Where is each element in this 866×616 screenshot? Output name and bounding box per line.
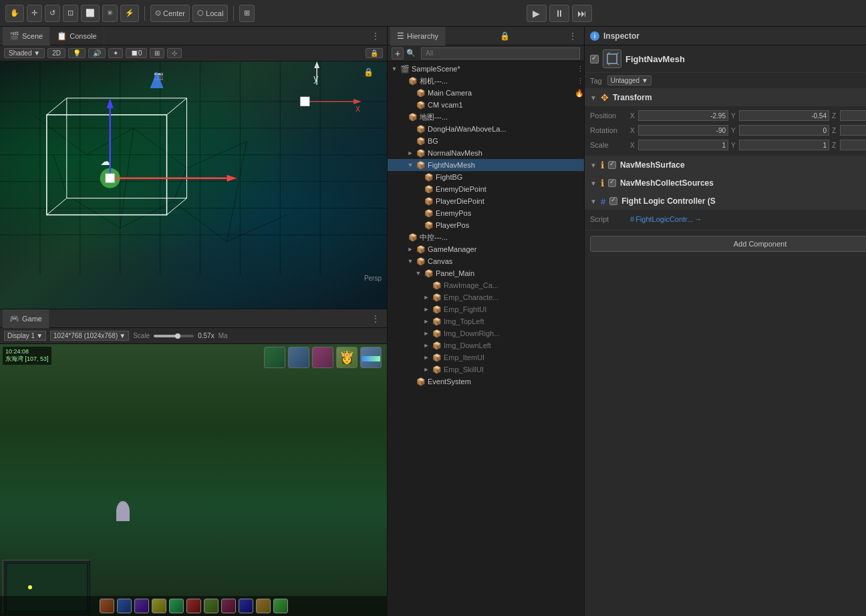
hier-icon-scene: 🎬: [400, 65, 410, 73]
tab-hierarchy[interactable]: ☰ Hierarchy: [390, 27, 446, 45]
hierarchy-item-bg[interactable]: 📦 BG: [388, 135, 584, 147]
rect-tool-btn[interactable]: ⬜: [81, 5, 100, 22]
tab-console[interactable]: 📋 Console: [50, 27, 104, 45]
skill-icon-9[interactable]: [239, 599, 253, 613]
hierarchy-item-control-group[interactable]: 📦 中控---...: [388, 231, 584, 243]
scene-canvas[interactable]: ☁ y x: [0, 61, 387, 309]
object-active-checkbox[interactable]: [590, 55, 599, 63]
fight-logic-header[interactable]: ▼ # Fight Logic Controller (S ? ⚙ ⋮: [585, 192, 866, 210]
skill-icon-6[interactable]: [186, 599, 201, 613]
script-value[interactable]: # FightLogicContr... →: [630, 215, 702, 223]
hierarchy-tab-icon: ☰: [397, 31, 404, 41]
hierarchy-item-main-camera[interactable]: 📦 Main Camera 🔥: [388, 87, 584, 99]
hierarchy-item-camera-group[interactable]: 📦 相机---... ⋮: [388, 75, 584, 87]
skill-icon-1[interactable]: [100, 599, 114, 613]
scale-y-input[interactable]: [739, 140, 829, 150]
hierarchy-item-player-pos[interactable]: 📦 PlayerPos: [388, 219, 584, 231]
overlay-btn[interactable]: 🔲0: [126, 48, 147, 58]
fight-logic-checkbox[interactable]: [609, 197, 617, 205]
rotate-tool-btn[interactable]: ↺: [45, 5, 60, 22]
rotation-z-input[interactable]: [840, 125, 866, 136]
add-component-btn[interactable]: Add Component: [590, 236, 866, 252]
hierarchy-item-map-group[interactable]: 📦 地图---...: [388, 111, 584, 123]
custom-tool-btn[interactable]: ⚡: [120, 5, 139, 22]
play-btn[interactable]: ▶: [527, 5, 547, 22]
skill-icon-5[interactable]: [169, 599, 184, 613]
hierarchy-item-fight-bg[interactable]: 📦 FightBG: [388, 171, 584, 183]
hierarchy-item-sample-scene[interactable]: ▼ 🎬 SampleScene* ⋮: [388, 63, 584, 75]
hierarchy-item-enemy-die[interactable]: 📦 EnemyDiePoint: [388, 183, 584, 195]
scene-panel-menu-btn[interactable]: ⋮: [367, 31, 384, 41]
position-z-input[interactable]: [840, 110, 866, 121]
hierarchy-item-game-manager[interactable]: ► 📦 GameManager: [388, 243, 584, 255]
2d-btn[interactable]: 2D: [47, 48, 65, 58]
hierarchy-item-panel-main[interactable]: ▼ 📦 Panel_Main: [388, 267, 584, 279]
lock-scene-btn[interactable]: 🔒: [366, 48, 383, 58]
hierarchy-search-input[interactable]: [421, 47, 580, 59]
audio-btn[interactable]: 🔊: [88, 48, 106, 58]
nav-collect-header[interactable]: ▼ ℹ NavMeshCollectSources ? ⚙ ⋮: [585, 174, 866, 192]
hierarchy-item-cm-vcam1[interactable]: 📦 CM vcam1: [388, 99, 584, 111]
hierarchy-panel-menu-btn[interactable]: ⋮: [564, 31, 581, 41]
hierarchy-lock-icon[interactable]: 🔒: [500, 31, 510, 41]
game-panel-menu-btn[interactable]: ⋮: [367, 313, 384, 324]
hier-camera-group-menu[interactable]: ⋮: [577, 77, 584, 86]
skill-icon-8[interactable]: [221, 599, 236, 613]
pause-btn[interactable]: ⏸: [549, 5, 569, 22]
transform-component-header[interactable]: ▼ ✥ Transform ? ⚙ ⋮: [585, 89, 866, 106]
hierarchy-item-canvas[interactable]: ▼ 📦 Canvas: [388, 255, 584, 267]
hierarchy-item-rawimage[interactable]: 📦 RawImage_Ca...: [388, 279, 584, 291]
hand-tool-btn[interactable]: ✋: [5, 5, 24, 22]
hierarchy-item-fight-nav[interactable]: ▼ 📦 FightNavMesh: [388, 159, 584, 171]
display-dropdown[interactable]: Display 1 ▼: [4, 331, 46, 341]
move-tool-btn[interactable]: ✛: [27, 5, 42, 22]
position-y-input[interactable]: [739, 110, 829, 121]
skill-icon-4[interactable]: [152, 599, 166, 613]
scene-extra-btn[interactable]: ⊹: [167, 48, 182, 58]
hierarchy-item-emp-character[interactable]: ► 📦 Emp_Characte...: [388, 291, 584, 303]
hierarchy-item-enemy-pos[interactable]: 📦 EnemyPos: [388, 207, 584, 219]
skill-icon-11[interactable]: [273, 599, 288, 613]
skill-icon-7[interactable]: [204, 599, 219, 613]
hierarchy-add-btn[interactable]: +: [392, 47, 404, 59]
resolution-dropdown[interactable]: 1024*768 (1024x768) ▼: [50, 331, 129, 341]
nav-collect-checkbox[interactable]: [608, 179, 616, 187]
lighting-btn[interactable]: 💡: [68, 48, 86, 58]
game-canvas[interactable]: 10:24:08 东海湾 [107, 53] 👸: [0, 344, 387, 616]
hierarchy-item-img-topleft[interactable]: ► 📦 Img_TopLeft: [388, 315, 584, 327]
maximize-btn[interactable]: Ma: [219, 332, 228, 339]
hierarchy-item-img-downright[interactable]: ► 📦 Img_DownRigh...: [388, 327, 584, 339]
rotation-y-input[interactable]: [739, 125, 829, 136]
gizmos-btn[interactable]: ⊞: [150, 48, 164, 58]
nav-surface-header[interactable]: ▼ ℹ NavMeshSurface ? ⚙ ⋮: [585, 156, 866, 174]
step-btn[interactable]: ⏭: [572, 5, 592, 22]
tab-game[interactable]: 🎮 Game: [3, 309, 49, 328]
shading-dropdown[interactable]: Shaded ▼: [4, 48, 45, 58]
hier-scene-menu[interactable]: ⋮: [577, 65, 584, 73]
scale-slider[interactable]: [154, 335, 194, 337]
skill-icon-3[interactable]: [134, 599, 149, 613]
tag-value-dropdown[interactable]: Untagged ▼: [607, 75, 652, 86]
position-x-input[interactable]: [638, 110, 728, 121]
scale-x-input[interactable]: [638, 140, 728, 150]
skill-icon-2[interactable]: [117, 599, 132, 613]
pivot-center-btn[interactable]: ⊙ Center: [150, 5, 190, 22]
tab-scene[interactable]: 🎬 Scene: [3, 27, 50, 45]
combined-tool-btn[interactable]: ✳: [102, 5, 118, 22]
scale-z-input[interactable]: [840, 140, 866, 150]
hierarchy-item-event-system[interactable]: 📦 EventSystem: [388, 375, 584, 388]
hierarchy-item-emp-fightui[interactable]: ► 📦 Emp_FightUI: [388, 303, 584, 315]
rotation-x-input[interactable]: [638, 125, 728, 136]
grid-btn[interactable]: ⊞: [239, 5, 255, 22]
scale-tool-btn[interactable]: ⊡: [63, 5, 78, 22]
nav-surface-checkbox[interactable]: [608, 161, 616, 169]
hierarchy-item-emp-skillui[interactable]: ► 📦 Emp_SkillUI: [388, 363, 584, 375]
hierarchy-item-emp-itemui[interactable]: ► 📦 Emp_ItemUI: [388, 351, 584, 363]
effects-btn[interactable]: ✦: [108, 48, 123, 58]
pivot-local-btn[interactable]: ⬡ Local: [192, 5, 228, 22]
hierarchy-item-normal-nav[interactable]: ► 📦 NormalNavMesh: [388, 147, 584, 159]
skill-icon-10[interactable]: [256, 599, 271, 613]
hierarchy-item-img-downleft[interactable]: ► 📦 Img_DownLeft: [388, 339, 584, 351]
hierarchy-item-player-die[interactable]: 📦 PlayerDiePoint: [388, 195, 584, 207]
hierarchy-item-donghaiwan[interactable]: 📦 DongHaiWanAboveLa...: [388, 123, 584, 135]
